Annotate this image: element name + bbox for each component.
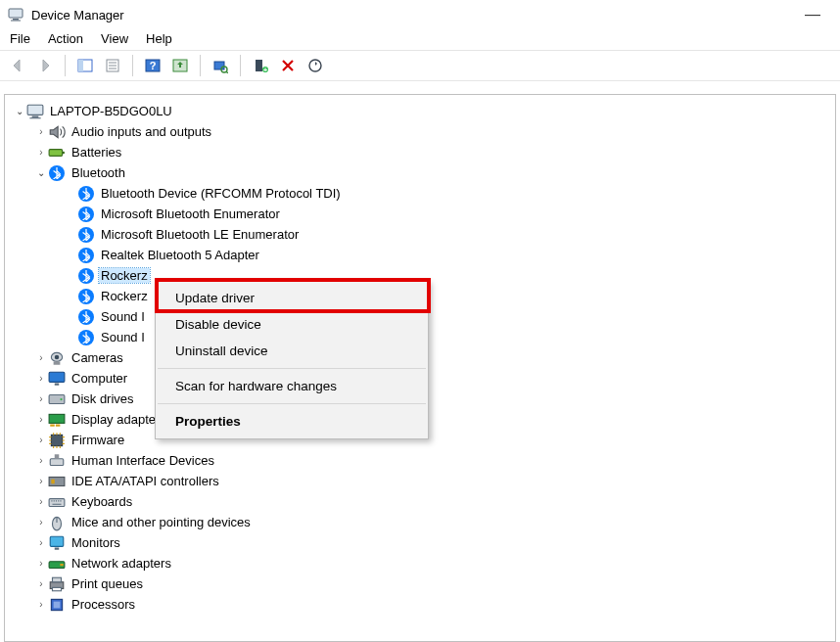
tree-item-bt-1-label: Microsoft Bluetooth Enumerator bbox=[99, 206, 282, 221]
printer-icon bbox=[48, 575, 66, 593]
tree-category-bt-label: Bluetooth bbox=[70, 165, 127, 180]
context-scan-hardware[interactable]: Scan for hardware changes bbox=[156, 373, 428, 399]
gpu-icon bbox=[48, 411, 66, 429]
expand-icon[interactable]: › bbox=[34, 598, 48, 612]
back-button[interactable] bbox=[6, 54, 29, 77]
toolbar-separator bbox=[132, 55, 133, 76]
tree-item-bt-3-label: Realtek Bluetooth 5 Adapter bbox=[99, 248, 261, 262]
bluetooth-icon bbox=[77, 226, 95, 244]
disk-icon bbox=[48, 390, 66, 408]
expand-icon[interactable]: › bbox=[34, 495, 48, 509]
tree-category-mice[interactable]: ›Mice and other pointing devices bbox=[5, 512, 835, 532]
chip-icon bbox=[48, 432, 66, 449]
tree-category-ide[interactable]: ›IDE ATA/ATAPI controllers bbox=[5, 471, 835, 491]
expand-icon[interactable]: › bbox=[34, 125, 48, 139]
mouse-icon bbox=[48, 514, 66, 531]
bluetooth-icon bbox=[48, 164, 66, 182]
tree-category-audio[interactable]: ›Audio inputs and outputs bbox=[5, 121, 835, 142]
root-icon bbox=[26, 103, 44, 120]
titlebar: Device Manager — bbox=[0, 0, 840, 29]
tree-category-battery[interactable]: ›Batteries bbox=[5, 142, 835, 162]
add-legacy-button[interactable] bbox=[249, 54, 272, 77]
context-uninstall[interactable]: Uninstall device bbox=[156, 338, 428, 364]
uninstall-button[interactable] bbox=[276, 54, 300, 77]
speaker-icon bbox=[48, 123, 66, 141]
tree-root-node-label: LAPTOP-B5DGO0LU bbox=[48, 104, 174, 118]
properties-button[interactable] bbox=[101, 54, 124, 77]
collapse-icon[interactable]: ⌄ bbox=[34, 166, 48, 180]
bluetooth-icon bbox=[77, 206, 95, 223]
spacer bbox=[64, 249, 77, 262]
context-disable-device[interactable]: Disable device bbox=[156, 311, 428, 338]
expand-icon[interactable]: › bbox=[34, 146, 48, 160]
expand-icon[interactable]: › bbox=[34, 392, 48, 406]
bluetooth-icon bbox=[77, 308, 95, 326]
minimize-button[interactable]: — bbox=[793, 6, 832, 23]
expand-icon[interactable]: › bbox=[34, 434, 48, 447]
show-hidden-button[interactable] bbox=[73, 54, 97, 77]
tree-category-print[interactable]: ›Print queues bbox=[5, 573, 835, 594]
tree-category-firmware-label: Firmware bbox=[70, 433, 126, 447]
expand-icon[interactable]: › bbox=[34, 557, 48, 571]
tree-category-proc[interactable]: ›Processors bbox=[5, 594, 835, 615]
help-button[interactable] bbox=[141, 54, 164, 77]
window-title: Device Manager bbox=[31, 8, 124, 23]
tree-item-bt-6-label: Sound I bbox=[99, 309, 147, 324]
update-driver-button[interactable] bbox=[168, 54, 192, 77]
tree-category-monitors-label: Monitors bbox=[70, 535, 122, 550]
menubar: File Action View Help bbox=[0, 29, 840, 50]
tree-category-bt[interactable]: ⌄Bluetooth bbox=[5, 162, 835, 183]
tree-item-bt-4-label: Rockerz bbox=[99, 268, 150, 283]
monitor-icon bbox=[48, 370, 66, 388]
expand-icon[interactable]: › bbox=[34, 454, 48, 468]
refresh-button[interactable] bbox=[303, 54, 327, 77]
tree-category-hid-label: Human Interface Devices bbox=[70, 453, 216, 468]
scan-hardware-button[interactable] bbox=[209, 54, 232, 77]
tree-item-bt-5-label: Rockerz bbox=[99, 289, 150, 303]
tree-item-bt-2-label: Microsoft Bluetooth LE Enumerator bbox=[99, 227, 301, 242]
tree-category-battery-label: Batteries bbox=[70, 145, 123, 160]
camera-icon bbox=[48, 349, 66, 367]
tree-category-keyboard[interactable]: ›Keyboards bbox=[5, 491, 835, 512]
context-properties[interactable]: Properties bbox=[156, 408, 428, 435]
battery-icon bbox=[48, 144, 66, 161]
toolbar bbox=[0, 50, 840, 81]
tree-category-network[interactable]: ›Network adapters bbox=[5, 553, 835, 573]
context-update-driver[interactable]: Update driver bbox=[156, 285, 428, 311]
expand-icon[interactable]: › bbox=[34, 351, 48, 365]
menu-help[interactable]: Help bbox=[146, 31, 172, 46]
tree-category-print-label: Print queues bbox=[70, 576, 145, 591]
toolbar-separator bbox=[65, 55, 66, 76]
monitor2-icon bbox=[48, 534, 66, 552]
spacer bbox=[64, 228, 77, 242]
tree-category-ide-label: IDE ATA/ATAPI controllers bbox=[70, 474, 221, 488]
spacer bbox=[64, 187, 77, 201]
tree-category-hid[interactable]: ›Human Interface Devices bbox=[5, 450, 835, 471]
expand-icon[interactable]: › bbox=[34, 516, 48, 529]
app-icon bbox=[8, 7, 23, 23]
tree-category-monitors[interactable]: ›Monitors bbox=[5, 532, 835, 553]
tree-category-proc-label: Processors bbox=[70, 597, 137, 612]
tree-category-audio-label: Audio inputs and outputs bbox=[70, 124, 213, 139]
toolbar-separator bbox=[200, 55, 201, 76]
tree-item-bt-2[interactable]: Microsoft Bluetooth LE Enumerator bbox=[5, 224, 835, 245]
expand-icon[interactable]: › bbox=[34, 413, 48, 427]
cpu-icon bbox=[48, 596, 66, 614]
expand-icon[interactable]: › bbox=[34, 536, 48, 550]
tree-item-bt-1[interactable]: Microsoft Bluetooth Enumerator bbox=[5, 204, 835, 224]
collapse-icon[interactable]: ⌄ bbox=[13, 105, 26, 118]
tree-item-bt-0[interactable]: Bluetooth Device (RFCOMM Protocol TDI) bbox=[5, 183, 835, 204]
toolbar-separator bbox=[240, 55, 241, 76]
tree-category-display-label: Display adapters bbox=[70, 412, 168, 427]
expand-icon[interactable]: › bbox=[34, 577, 48, 591]
menu-action[interactable]: Action bbox=[48, 31, 83, 46]
context-menu: Update driver Disable device Uninstall d… bbox=[155, 280, 429, 439]
menu-view[interactable]: View bbox=[101, 31, 128, 46]
expand-icon[interactable]: › bbox=[34, 372, 48, 386]
expand-icon[interactable]: › bbox=[34, 475, 48, 488]
tree-root-node[interactable]: ⌄LAPTOP-B5DGO0LU bbox=[5, 101, 835, 121]
forward-button[interactable] bbox=[33, 54, 57, 77]
tree-item-bt-3[interactable]: Realtek Bluetooth 5 Adapter bbox=[5, 245, 835, 265]
menu-file[interactable]: File bbox=[10, 31, 30, 46]
spacer bbox=[64, 290, 77, 303]
